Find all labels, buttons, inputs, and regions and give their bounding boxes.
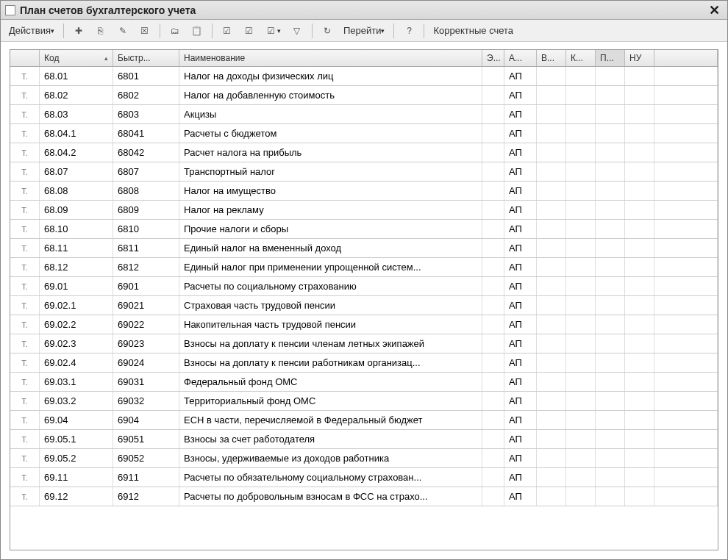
- refresh-button[interactable]: ↻: [318, 23, 337, 39]
- column-icon[interactable]: [10, 50, 40, 66]
- cell-k: [566, 353, 596, 372]
- cell-tail: [654, 86, 718, 104]
- column-k[interactable]: К...: [566, 50, 596, 66]
- filter2-button[interactable]: ☑: [240, 23, 259, 39]
- cell-a: АП: [504, 315, 537, 334]
- filter-drop-button[interactable]: ☑: [262, 23, 285, 39]
- table-row[interactable]: Т.69.03.169031Федеральный фонд ОМСАП: [10, 373, 718, 392]
- table-row[interactable]: Т.69.05.169051Взносы за счет работодател…: [10, 430, 718, 449]
- table-row[interactable]: Т.69.046904ЕСН в части, перечисляемой в …: [10, 411, 718, 430]
- row-icon: Т.: [10, 315, 40, 334]
- row-icon: Т.: [10, 86, 40, 104]
- cell-p: [596, 277, 625, 295]
- list-button[interactable]: 📋: [188, 23, 207, 39]
- list-icon: 📋: [191, 25, 203, 37]
- cell-bystr: 6803: [113, 105, 179, 123]
- close-button[interactable]: ✕: [706, 2, 723, 18]
- cell-a: АП: [504, 373, 537, 391]
- table-row[interactable]: Т.68.036803АкцизыАП: [10, 105, 718, 124]
- correct-accounts-button[interactable]: Корректные счета: [429, 23, 517, 38]
- table-row[interactable]: Т.68.126812Единый налог при применении у…: [10, 258, 718, 277]
- cell-p: [596, 373, 625, 391]
- add-button[interactable]: ✚: [69, 23, 88, 39]
- cell-nu: [625, 143, 654, 162]
- table-row[interactable]: Т.69.02.469024Взносы на доплату к пенсии…: [10, 353, 718, 373]
- table-row[interactable]: Т.68.116811Единый налог на вмененный дох…: [10, 239, 718, 258]
- table-row[interactable]: Т.69.02.169021Страховая часть трудовой п…: [10, 296, 718, 315]
- cell-tail: [654, 373, 718, 391]
- cell-kod: 69.04: [40, 411, 113, 429]
- cell-v: [537, 182, 566, 200]
- cell-a: АП: [504, 487, 537, 506]
- filter-off-button[interactable]: ▽: [288, 23, 307, 39]
- cell-k: [566, 162, 596, 181]
- table-row[interactable]: Т.69.016901Расчеты по социальному страхо…: [10, 277, 718, 296]
- table-row[interactable]: Т.69.05.269052Взносы, удерживаемые из до…: [10, 449, 718, 468]
- table-row[interactable]: Т.68.086808Налог на имуществоАП: [10, 182, 718, 201]
- table-row[interactable]: Т.69.03.269032Территориальный фонд ОМСАП: [10, 392, 718, 411]
- cell-e: [482, 373, 504, 391]
- cell-p: [596, 220, 625, 238]
- cell-kod: 68.09: [40, 201, 113, 219]
- table-row[interactable]: Т.68.016801Налог на доходы физических ли…: [10, 67, 718, 86]
- cell-v: [537, 258, 566, 276]
- column-a[interactable]: А...: [504, 50, 537, 66]
- cell-a: АП: [504, 182, 537, 200]
- cell-a: АП: [504, 124, 537, 143]
- hierarchy-button[interactable]: 🗂: [165, 23, 185, 39]
- go-menu[interactable]: Перейти: [340, 23, 389, 38]
- table-row[interactable]: Т.69.116911Расчеты по обязательному соци…: [10, 468, 718, 487]
- table-row[interactable]: Т.68.106810Прочие налоги и сборыАП: [10, 220, 718, 239]
- cell-e: [482, 182, 504, 200]
- table-row[interactable]: Т.68.04.168041Расчеты с бюджетомАП: [10, 124, 718, 143]
- column-bystr[interactable]: Быстр...: [113, 50, 179, 66]
- cell-a: АП: [504, 392, 537, 410]
- edit-button[interactable]: ✎: [113, 23, 132, 39]
- filter-button[interactable]: ☑: [218, 23, 237, 39]
- row-icon: Т.: [10, 296, 40, 315]
- cell-nu: [625, 353, 654, 372]
- column-p[interactable]: П...: [596, 50, 625, 66]
- cell-k: [566, 487, 596, 506]
- table-row[interactable]: Т.68.096809Налог на рекламуАП: [10, 201, 718, 220]
- actions-menu[interactable]: Действия: [5, 23, 58, 38]
- cell-nu: [625, 258, 654, 276]
- cell-tail: [654, 124, 718, 143]
- column-e[interactable]: Э...: [482, 50, 504, 66]
- cell-kod: 69.05.2: [40, 449, 113, 467]
- cell-bystr: 6904: [113, 411, 179, 429]
- cell-tail: [654, 258, 718, 276]
- cell-bystr: 68042: [113, 143, 179, 162]
- add-copy-button[interactable]: ⎘: [91, 23, 110, 39]
- grid-body[interactable]: Т.68.016801Налог на доходы физических ли…: [10, 67, 718, 550]
- row-icon: Т.: [10, 105, 40, 123]
- cell-e: [482, 487, 504, 506]
- cell-tail: [654, 449, 718, 467]
- table-row[interactable]: Т.68.076807Транспортный налогАП: [10, 162, 718, 182]
- cell-a: АП: [504, 334, 537, 353]
- cell-kod: 68.10: [40, 220, 113, 238]
- cell-tail: [654, 277, 718, 295]
- table-row[interactable]: Т.69.02.269022Накопительная часть трудов…: [10, 315, 718, 334]
- cell-p: [596, 201, 625, 219]
- cell-bystr: 6901: [113, 277, 179, 295]
- cell-name: Налог на добавленную стоимость: [179, 86, 482, 104]
- help-button[interactable]: ?: [399, 23, 418, 39]
- column-name[interactable]: Наименование: [179, 50, 482, 66]
- cell-kod: 68.01: [40, 67, 113, 85]
- mark-delete-button[interactable]: ☒: [135, 23, 154, 39]
- window-title: План счетов бухгалтерского учета: [20, 4, 706, 16]
- cell-bystr: 6810: [113, 220, 179, 238]
- row-icon: Т.: [10, 239, 40, 257]
- column-kod[interactable]: Код▴: [40, 50, 113, 66]
- cell-k: [566, 411, 596, 429]
- cell-k: [566, 258, 596, 276]
- cell-e: [482, 220, 504, 238]
- column-v[interactable]: В...: [537, 50, 566, 66]
- cell-p: [596, 239, 625, 257]
- table-row[interactable]: Т.68.04.268042Расчет налога на прибыльАП: [10, 143, 718, 162]
- table-row[interactable]: Т.68.026802Налог на добавленную стоимост…: [10, 86, 718, 105]
- table-row[interactable]: Т.69.126912Расчеты по добровольным взнос…: [10, 487, 718, 506]
- column-nu[interactable]: НУ: [625, 50, 654, 66]
- table-row[interactable]: Т.69.02.369023Взносы на доплату к пенсии…: [10, 334, 718, 353]
